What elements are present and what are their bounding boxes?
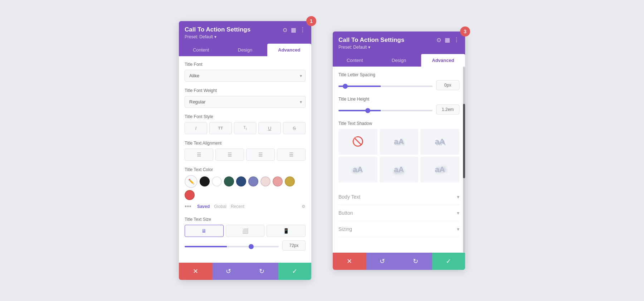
underline-btn[interactable]: U: [258, 122, 281, 134]
title-font-select-wrapper: Alike ▾: [185, 70, 306, 82]
title-text-color-group: Title Text Color ✏️ ••• Saved Glob: [185, 167, 306, 210]
scrollbar-track: [463, 67, 465, 253]
color-tab-global[interactable]: Global: [214, 204, 226, 209]
align-center-btn[interactable]: ☰: [215, 149, 244, 161]
shadow-3-cell[interactable]: aA: [338, 157, 377, 183]
left-panel-title: Call To Action Settings: [185, 26, 250, 33]
letter-spacing-slider-container: [338, 82, 433, 88]
shadow-2-cell[interactable]: aA: [420, 129, 459, 155]
shadow-1-text: aA: [394, 137, 404, 146]
italic-btn[interactable]: I: [185, 122, 207, 134]
title-font-weight-group: Title Font Weight Regular ▾: [185, 88, 306, 108]
letter-spacing-value[interactable]: [436, 80, 459, 90]
button-section[interactable]: Button ▾: [338, 205, 459, 221]
title-letter-spacing-label: Title Letter Spacing: [338, 72, 459, 77]
tab-design-left[interactable]: Design: [223, 44, 267, 56]
right-panel: Call To Action Settings ⊙ ▦ ⋮ Preset: De…: [333, 31, 465, 270]
focus-icon-right[interactable]: ⊙: [436, 37, 441, 43]
color-swatch-black[interactable]: [200, 176, 210, 186]
right-panel-preset[interactable]: Preset: Default ▾: [338, 45, 459, 50]
more-icon-right[interactable]: ⋮: [454, 37, 459, 43]
shadow-1-cell[interactable]: aA: [380, 129, 419, 155]
title-text-color-label: Title Text Color: [185, 167, 306, 172]
title-text-shadow-group: Title Text Shadow 🚫 aA aA aA aA: [338, 121, 459, 183]
color-swatch-gold[interactable]: [285, 176, 295, 186]
right-panel-header: Call To Action Settings ⊙ ▦ ⋮ Preset: De…: [333, 31, 465, 54]
font-style-buttons: I TT Tt U S: [185, 122, 306, 134]
redo-button-right[interactable]: ↻: [399, 253, 432, 270]
title-line-height-group: Title Line Height: [338, 97, 459, 115]
color-eyedropper[interactable]: ✏️: [185, 175, 197, 188]
confirm-button-left[interactable]: ✓: [278, 263, 312, 280]
tab-advanced-right[interactable]: Advanced: [421, 54, 465, 67]
left-panel-footer: ✕ ↺ ↻ ✓: [179, 263, 311, 280]
confirm-button-right[interactable]: ✓: [432, 253, 465, 270]
shadow-4-cell[interactable]: aA: [380, 157, 419, 183]
color-swatch-blush[interactable]: [260, 176, 270, 186]
text-size-value[interactable]: [282, 241, 306, 251]
tab-content-right[interactable]: Content: [333, 54, 377, 67]
right-panel-body-wrapper: Title Letter Spacing Title Line Height: [333, 67, 465, 253]
tab-advanced-left[interactable]: Advanced: [267, 44, 311, 56]
title-font-weight-select[interactable]: Regular: [185, 96, 306, 108]
color-tab-recent[interactable]: Recent: [231, 204, 244, 209]
letter-spacing-slider[interactable]: [338, 86, 433, 87]
title-font-weight-label: Title Font Weight: [185, 88, 306, 93]
color-swatch-lavender[interactable]: [248, 176, 258, 186]
left-panel-badge: 1: [306, 16, 316, 26]
shadow-5-cell[interactable]: aA: [420, 157, 459, 183]
line-height-value[interactable]: [436, 105, 459, 115]
more-icon[interactable]: ⋮: [300, 26, 306, 33]
more-colors-btn[interactable]: •••: [185, 203, 191, 210]
alignment-buttons: ☰ ☰ ☰ ☰: [185, 149, 306, 161]
device-tablet-btn[interactable]: ⬜: [226, 225, 265, 237]
right-panel-body: Title Letter Spacing Title Line Height: [333, 67, 465, 253]
align-right-btn[interactable]: ☰: [246, 149, 275, 161]
redo-button-left[interactable]: ↻: [245, 263, 278, 280]
color-swatch-white[interactable]: [212, 176, 222, 186]
line-height-slider[interactable]: [338, 110, 433, 111]
body-text-label: Body Text: [338, 194, 360, 200]
align-left-btn[interactable]: ☰: [185, 149, 213, 161]
color-swatch-navy[interactable]: [236, 176, 246, 186]
columns-icon-right[interactable]: ▦: [445, 37, 450, 43]
align-justify-btn[interactable]: ☰: [277, 149, 306, 161]
shadow-none-cell[interactable]: 🚫: [338, 129, 377, 155]
title-font-weight-select-wrapper: Regular ▾: [185, 96, 306, 108]
columns-icon[interactable]: ▦: [291, 26, 296, 33]
left-panel: Call To Action Settings ⊙ ▦ ⋮ Preset: De…: [179, 21, 311, 280]
right-panel-wrapper: Call To Action Settings ⊙ ▦ ⋮ Preset: De…: [333, 31, 465, 270]
shadow-2-text: aA: [435, 137, 445, 146]
title-font-group: Title Font Alike ▾: [185, 62, 306, 82]
title-text-alignment-group: Title Text Alignment ☰ ☰ ☰ ☰: [185, 141, 306, 161]
cancel-button-right[interactable]: ✕: [333, 253, 366, 270]
device-mobile-btn[interactable]: 📱: [267, 225, 306, 237]
cancel-button-left[interactable]: ✕: [179, 263, 212, 280]
left-panel-preset[interactable]: Preset: Default ▾: [185, 34, 306, 39]
sizing-section[interactable]: Sizing ▾: [338, 221, 459, 237]
color-swatch-green[interactable]: [224, 176, 234, 186]
right-panel-scrollbar[interactable]: [463, 67, 465, 253]
tab-content-left[interactable]: Content: [179, 44, 223, 56]
title-font-select[interactable]: Alike: [185, 70, 306, 82]
capitalize-btn[interactable]: Tt: [234, 122, 257, 134]
color-swatches-row: ✏️: [185, 175, 306, 200]
uppercase-btn[interactable]: TT: [209, 122, 232, 134]
color-swatch-pink[interactable]: [273, 176, 283, 186]
reset-button-right[interactable]: ↺: [366, 253, 399, 270]
letter-spacing-slider-row: [338, 80, 459, 90]
reset-button-left[interactable]: ↺: [212, 263, 245, 280]
shadow-grid: 🚫 aA aA aA aA aA: [338, 129, 459, 183]
color-settings-icon[interactable]: ⚙: [302, 204, 306, 209]
body-text-section[interactable]: Body Text ▾: [338, 189, 459, 205]
device-desktop-btn[interactable]: 🖥: [185, 225, 224, 237]
left-panel-wrapper: Call To Action Settings ⊙ ▦ ⋮ Preset: De…: [179, 21, 311, 280]
text-size-slider[interactable]: [185, 246, 279, 247]
color-swatch-red[interactable]: [185, 190, 195, 200]
tab-design-right[interactable]: Design: [377, 54, 421, 67]
focus-icon[interactable]: ⊙: [283, 26, 287, 33]
color-tab-saved[interactable]: Saved: [197, 204, 210, 209]
strikethrough-btn[interactable]: S: [283, 122, 306, 134]
title-text-alignment-label: Title Text Alignment: [185, 141, 306, 146]
title-font-style-label: Title Font Style: [185, 114, 306, 119]
